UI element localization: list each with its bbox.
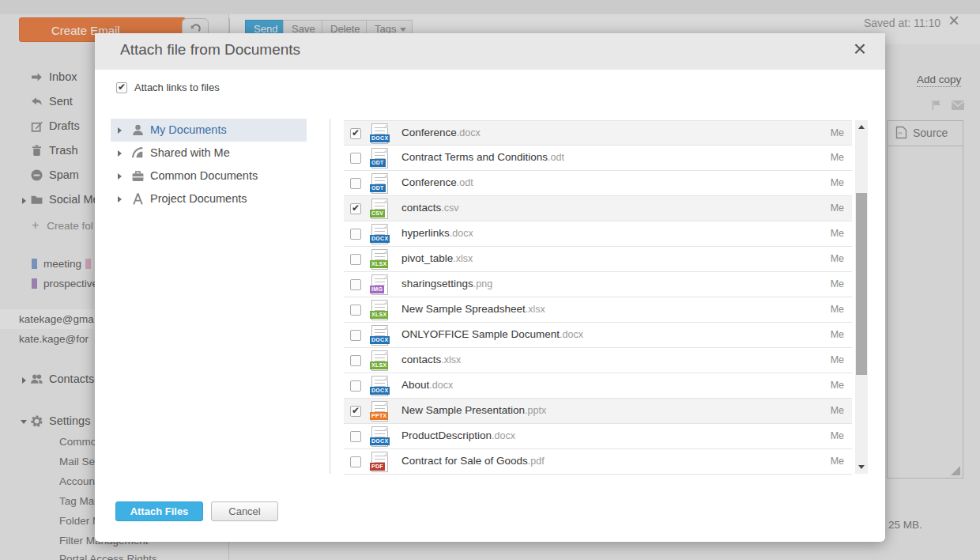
file-extension: .xlsx [453,253,473,264]
file-row[interactable]: DOCX hyperlinks.docx Me [344,221,852,247]
file-type-badge: CSV [370,210,385,218]
checkbox-icon[interactable] [350,153,361,164]
chevron-right-icon[interactable] [118,127,122,134]
file-row[interactable]: ODT Conference.odt Me [344,171,852,196]
tree-item-common-documents[interactable]: Common Documents [111,165,307,187]
file-type-badge: XLSX [370,311,388,319]
checkbox-icon[interactable] [350,456,361,467]
file-name: contacts.xlsx [401,354,461,365]
file-icon: ODT [371,148,388,168]
file-extension: .png [473,278,492,289]
file-author: Me [831,304,844,315]
file-author: Me [831,329,844,340]
file-row[interactable]: PDF Contract for Sale of Goods.pdf Me [344,449,852,475]
file-type-badge: XLSX [370,260,388,268]
checkbox-icon[interactable] [350,355,361,366]
panel-divider [330,119,330,474]
dialog-header: Attach file from Documents × [95,33,885,70]
scrollbar[interactable] [855,120,868,474]
file-row[interactable]: ODT Contract Terms and Conditions.odt Me [344,146,852,171]
file-row[interactable]: CSV contacts.csv Me [344,196,852,221]
file-author: Me [831,405,844,416]
checkbox-icon[interactable] [350,229,361,240]
file-icon: PPTX [371,401,388,422]
file-name: Contract for Sale of Goods.pdf [401,455,545,467]
scroll-up-icon[interactable] [858,125,865,129]
file-type-badge: PDF [370,463,385,471]
file-name: Conference.odt [401,176,473,188]
file-extension: .docx [457,127,481,138]
checkbox-icon[interactable] [350,128,361,139]
tree-item-label: Project Documents [150,187,247,210]
file-row[interactable]: XLSX contacts.xlsx Me [344,348,852,373]
checkbox-icon[interactable] [350,279,361,290]
checkbox-icon[interactable] [350,178,361,189]
file-type-badge: XLSX [370,361,388,369]
checkbox-icon[interactable] [350,380,361,392]
scrollbar-thumb[interactable] [856,193,867,375]
file-name: sharingsettings.png [401,278,492,289]
file-row[interactable]: DOCX ONLYOFFICE Sample Document.docx Me [344,323,852,348]
file-type-badge: ODT [370,159,386,167]
attach-files-button[interactable]: Attach Files [115,501,203,521]
checkbox-icon[interactable] [116,82,127,93]
file-author: Me [831,127,844,138]
briefcase-icon [131,169,145,183]
file-icon: XLSX [371,350,388,371]
file-row[interactable]: PPTX New Sample Presentation.pptx Me [344,399,852,424]
tree-item-my-documents[interactable]: My Documents [111,119,307,142]
cancel-button[interactable]: Cancel [211,501,278,521]
file-author: Me [831,152,844,163]
file-name: Conference.docx [401,127,481,138]
file-row[interactable]: XLSX pivot_table.xlsx Me [344,247,852,272]
file-row[interactable]: XLSX New Sample Spreadsheet.xlsx Me [344,297,852,323]
file-type-badge: IMG [370,286,384,293]
chevron-right-icon[interactable] [118,196,122,202]
attach-links-checkbox[interactable]: Attach links to files [116,81,220,93]
checkbox-icon[interactable] [350,431,361,442]
checkbox-icon[interactable] [350,330,361,341]
chevron-right-icon[interactable] [118,173,122,180]
file-extension: .odt [457,177,473,188]
tree-item-label: Common Documents [150,165,258,187]
file-row[interactable]: DOCX Conference.docx Me [344,120,852,146]
tree-item-shared-with-me[interactable]: Shared with Me [111,142,307,165]
file-author: Me [831,430,844,441]
person-icon [131,123,145,137]
file-row[interactable]: DOCX About.docx Me [344,373,852,399]
projects-icon [131,192,145,206]
file-author: Me [831,278,844,289]
checkbox-icon[interactable] [350,203,361,214]
file-type-badge: DOCX [370,336,390,344]
file-author: Me [831,228,844,239]
file-row[interactable]: DOCX ProductDescription.docx Me [344,424,852,449]
file-author: Me [831,202,844,214]
checkbox-icon[interactable] [350,254,361,265]
checkbox-icon[interactable] [350,406,361,417]
file-name: hyperlinks.docx [401,227,473,239]
file-icon: XLSX [371,300,388,320]
file-extension: .pptx [525,405,546,416]
file-row[interactable]: IMG sharingsettings.png Me [344,272,852,297]
tree-item-project-documents[interactable]: Project Documents [111,187,307,210]
close-icon[interactable]: × [850,38,869,60]
chevron-right-icon[interactable] [118,150,122,157]
file-icon: IMG [371,274,388,295]
file-type-badge: PPTX [370,412,388,420]
documents-tree: My Documents Shared with Me Common Docum… [111,119,307,210]
file-extension: .docx [429,380,453,391]
file-type-badge: ODT [370,184,386,192]
tree-item-label: Shared with Me [150,142,230,165]
file-extension: .csv [441,202,458,214]
file-name: New Sample Spreadsheet.xlsx [401,303,545,315]
file-icon: DOCX [371,426,388,447]
checkbox-icon[interactable] [350,305,361,316]
file-author: Me [831,456,844,467]
attach-links-label: Attach links to files [134,81,220,93]
file-icon: DOCX [371,376,388,396]
file-name: ProductDescription.docx [401,429,515,441]
file-icon: XLSX [371,249,388,270]
file-extension: .docx [492,430,515,441]
file-type-badge: DOCX [370,387,390,395]
scroll-down-icon[interactable] [858,465,865,469]
